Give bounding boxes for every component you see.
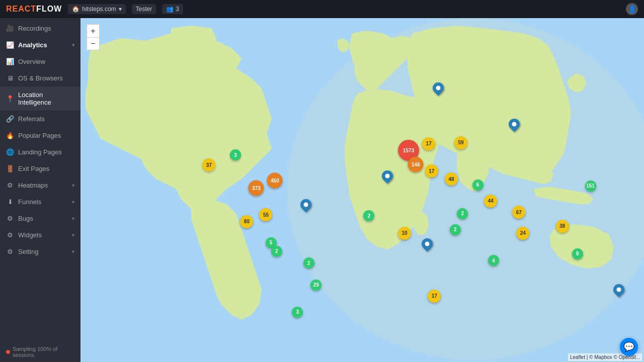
sidebar: 🎥 Recordings 📈 Analytics ▾ 📊 Overview 🖥 … <box>0 18 80 362</box>
heatmaps-icon: ⚙ <box>6 182 14 189</box>
sidebar-item-widgets[interactable]: ⚙ Widgets ▾ <box>0 227 80 243</box>
sidebar-item-recordings[interactable]: 🎥 Recordings <box>0 20 80 37</box>
recordings-label: Recordings <box>18 25 51 32</box>
sidebar-item-referrals[interactable]: 🔗 Referrals <box>0 111 80 127</box>
referrals-icon: 🔗 <box>6 115 14 123</box>
analytics-icon: 📈 <box>6 41 14 49</box>
sidebar-item-location[interactable]: 📍 Location Intelligence <box>0 86 80 111</box>
landing-label: Landing Pages <box>18 148 62 156</box>
marker-m30[interactable]: 17 <box>428 290 441 303</box>
tester-badge: Tester <box>132 4 156 14</box>
zoom-in-button[interactable]: + <box>87 24 100 37</box>
widgets-icon: ⚙ <box>6 231 14 239</box>
marker-m22[interactable]: 4 <box>488 255 499 266</box>
marker-p5[interactable] <box>509 119 520 130</box>
marker-m3[interactable]: 450 <box>267 172 283 188</box>
marker-m16[interactable]: 17 <box>425 164 438 177</box>
marker-m1[interactable]: 3 <box>230 149 241 160</box>
marker-p1[interactable] <box>433 82 444 94</box>
sidebar-item-funnels[interactable]: ⬇ Funnels ▾ <box>0 194 80 210</box>
marker-m20[interactable]: 24 <box>516 227 529 240</box>
setting-icon: ⚙ <box>6 248 14 255</box>
widgets-chevron: ▾ <box>72 232 74 238</box>
map-svg <box>80 18 644 362</box>
recordings-icon: 🎥 <box>6 25 14 32</box>
sidebar-item-os-browsers[interactable]: 🖥 OS & Browsers <box>0 70 80 86</box>
overview-label: Overview <box>18 58 45 65</box>
marker-m13[interactable]: 146 <box>408 157 424 172</box>
analytics-chevron: ▾ <box>72 42 74 48</box>
users-count[interactable]: 👥 3 <box>162 4 183 14</box>
marker-m26[interactable]: 2 <box>363 210 374 221</box>
bugs-label: Bugs <box>18 215 33 222</box>
popular-label: Popular Pages <box>18 132 61 139</box>
marker-m25[interactable]: 10 <box>398 227 411 240</box>
setting-label: Setting <box>18 248 38 255</box>
marker-p6[interactable] <box>613 284 624 295</box>
funnels-icon: ⬇ <box>6 198 14 206</box>
exit-icon: 🚪 <box>6 165 14 172</box>
setting-chevron: ▾ <box>72 249 74 254</box>
site-selector[interactable]: 🏠 hitsteps.com ▾ <box>68 4 125 14</box>
marker-m19[interactable]: 44 <box>484 195 497 208</box>
marker-m23[interactable]: 2 <box>457 208 468 219</box>
marker-m5[interactable]: 55 <box>259 208 272 221</box>
marker-m21[interactable]: 67 <box>512 206 525 219</box>
os-label: OS & Browsers <box>18 74 63 82</box>
exit-label: Exit Pages <box>18 165 49 172</box>
popular-icon: 🔥 <box>6 132 14 139</box>
sidebar-item-heatmaps[interactable]: ⚙ Heatmaps ▾ <box>0 177 80 194</box>
funnels-chevron: ▾ <box>72 199 74 205</box>
sidebar-item-exit-pages[interactable]: 🚪 Exit Pages <box>0 160 80 177</box>
sidebar-item-bugs[interactable]: ⚙ Bugs ▾ <box>0 210 80 227</box>
marker-m27[interactable]: 8 <box>572 248 583 259</box>
site-icon: 🏠 <box>72 6 79 13</box>
funnels-label: Funnels <box>18 198 41 206</box>
topbar: REACTFLOW 🏠 hitsteps.com ▾ Tester 👥 3 👤 <box>0 0 644 18</box>
marker-m4[interactable]: 373 <box>249 180 264 196</box>
chat-button[interactable]: 💬 <box>620 338 638 356</box>
marker-p2[interactable] <box>382 170 393 182</box>
analytics-label: Analytics <box>18 41 47 49</box>
marker-m2[interactable]: 37 <box>202 158 215 171</box>
referrals-label: Referrals <box>18 115 45 123</box>
sampling-text: Sampling 100% of sessions. <box>13 346 74 358</box>
bugs-icon: ⚙ <box>6 215 14 222</box>
landing-icon: 🌐 <box>6 148 14 156</box>
marker-m6[interactable]: 80 <box>240 215 253 228</box>
marker-m29[interactable]: 151 <box>585 180 596 192</box>
sampling-dot <box>6 350 10 354</box>
marker-m8[interactable]: 2 <box>271 246 282 257</box>
widgets-label: Widgets <box>18 231 42 239</box>
sidebar-item-overview[interactable]: 📊 Overview <box>0 53 80 70</box>
sidebar-item-landing-pages[interactable]: 🌐 Landing Pages <box>0 144 80 160</box>
marker-p3[interactable] <box>300 199 311 210</box>
zoom-out-button[interactable]: − <box>87 37 100 50</box>
marker-m14[interactable]: 17 <box>422 137 435 150</box>
overview-icon: 📊 <box>6 58 14 65</box>
marker-m18[interactable]: 6 <box>472 179 484 191</box>
marker-m15[interactable]: 59 <box>454 136 467 149</box>
marker-m17[interactable]: 48 <box>445 172 458 186</box>
map-area[interactable]: + − 337450373558052292315731461759174864… <box>80 18 644 362</box>
location-label: Location Intelligence <box>18 91 74 106</box>
site-chevron: ▾ <box>119 6 122 13</box>
users-number: 3 <box>176 6 179 13</box>
bugs-chevron: ▾ <box>72 216 74 221</box>
marker-p4[interactable] <box>422 238 433 249</box>
marker-m24[interactable]: 2 <box>450 224 461 235</box>
marker-m10[interactable]: 2 <box>303 257 314 268</box>
heatmaps-chevron: ▾ <box>72 183 74 188</box>
logo: REACTFLOW <box>6 5 62 14</box>
map-zoom-controls: + − <box>87 24 100 50</box>
heatmaps-label: Heatmaps <box>18 182 48 189</box>
sidebar-item-analytics[interactable]: 📈 Analytics ▾ <box>0 37 80 53</box>
marker-m11[interactable]: 3 <box>292 307 303 318</box>
sidebar-item-setting[interactable]: ⚙ Setting ▾ <box>0 243 80 260</box>
users-icon: 👥 <box>166 6 174 13</box>
marker-m28[interactable]: 38 <box>556 220 569 233</box>
sidebar-item-popular-pages[interactable]: 🔥 Popular Pages <box>0 127 80 144</box>
sampling-info: Sampling 100% of sessions. <box>0 342 80 362</box>
avatar[interactable]: 👤 <box>626 3 638 15</box>
marker-m9[interactable]: 29 <box>310 280 321 291</box>
